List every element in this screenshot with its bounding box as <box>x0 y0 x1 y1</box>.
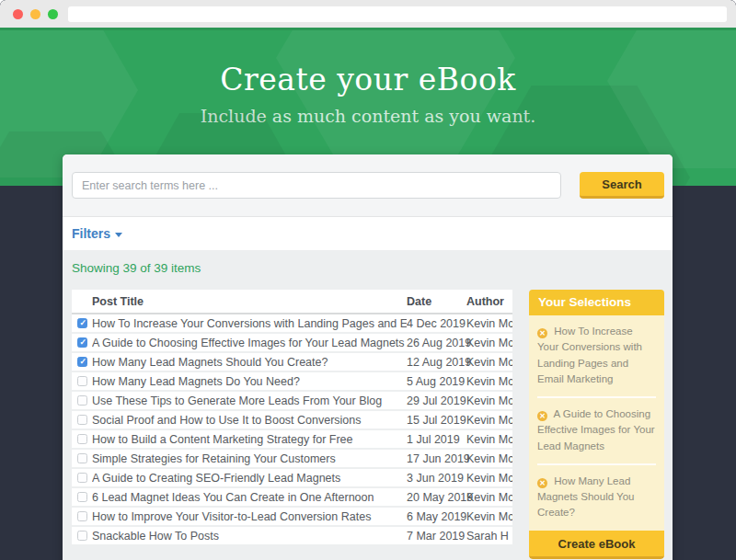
app-window: Create your eBook Include as much conten… <box>0 0 736 560</box>
filters-row: Filters <box>63 216 673 250</box>
table-row[interactable]: How Many Lead Magnets Should You Create?… <box>72 353 512 372</box>
author-cell: Kevin McG <box>466 491 512 504</box>
results-summary: Showing 39 of 39 items <box>72 261 664 275</box>
posts-table: Post Title Date Author How To Increase Y… <box>72 290 512 559</box>
post-title-cell: How to Improve Your Visitor-to-Lead Conv… <box>92 510 407 523</box>
row-checkbox[interactable] <box>77 434 87 444</box>
remove-selection-icon[interactable]: ✕ <box>537 478 547 488</box>
date-cell: 5 Aug 2019 <box>407 375 466 388</box>
author-cell: Kevin McG <box>466 317 512 330</box>
post-title-cell: 6 Lead Magnet Ideas You Can Create in On… <box>92 491 407 504</box>
author-cell: Kevin McG <box>466 394 512 407</box>
row-checkbox[interactable] <box>77 531 87 541</box>
date-cell: 1 Jul 2019 <box>407 433 466 446</box>
table-row[interactable]: How To Increase Your Conversions with La… <box>72 314 512 334</box>
date-cell: 12 Aug 2019 <box>407 356 466 369</box>
selection-item[interactable]: ✕ A Guide to Choosing Effective Images f… <box>537 398 656 465</box>
row-checkbox[interactable] <box>77 395 87 406</box>
date-cell: 3 Jun 2019 <box>407 472 466 485</box>
date-cell: 17 Jun 2019 <box>407 452 466 465</box>
row-checkbox[interactable] <box>77 357 87 367</box>
row-checkbox[interactable] <box>77 337 87 348</box>
minimize-window-icon[interactable] <box>30 9 40 19</box>
date-cell: 20 May 2019 <box>407 491 466 504</box>
author-cell: Kevin McG <box>466 452 512 465</box>
table-row[interactable]: Use These Tips to Generate More Leads Fr… <box>72 392 512 411</box>
table-row[interactable]: A Guide to Choosing Effective Images for… <box>72 334 512 353</box>
post-title-cell: Use These Tips to Generate More Leads Fr… <box>92 394 407 407</box>
table-body: How To Increase Your Conversions with La… <box>72 314 512 546</box>
post-title-cell: How Many Lead Magnets Should You Create? <box>92 356 407 369</box>
selection-label: A Guide to Choosing Effective Images for… <box>537 408 655 451</box>
search-bar: Search <box>63 154 673 216</box>
row-checkbox[interactable] <box>77 415 87 425</box>
post-title-cell: Snackable How To Posts <box>92 530 407 543</box>
search-input[interactable] <box>72 172 561 199</box>
browser-titlebar <box>0 0 736 28</box>
selections-panel: Your Selections ✕ How To Increase Your C… <box>529 290 664 559</box>
selection-label: How Many Lead Magnets Should You Create? <box>537 475 635 519</box>
row-checkbox[interactable] <box>77 453 87 463</box>
header-author: Author <box>466 295 512 308</box>
selection-item[interactable]: ✕ How Many Lead Magnets Should You Creat… <box>537 465 656 531</box>
create-ebook-button[interactable]: Create eBook <box>529 531 664 559</box>
author-cell: Kevin McG <box>466 356 512 369</box>
post-title-cell: A Guide to Choosing Effective Images for… <box>92 337 407 349</box>
table-row[interactable]: Snackable How To Posts 7 Mar 2019 Sarah … <box>72 527 512 546</box>
author-cell: Kevin McG <box>466 414 512 427</box>
author-cell: Kevin McG <box>466 472 512 485</box>
close-window-icon[interactable] <box>13 9 23 19</box>
zoom-window-icon[interactable] <box>48 9 58 19</box>
date-cell: 7 Mar 2019 <box>407 530 466 543</box>
table-row[interactable]: Simple Strategies for Retaining Your Cus… <box>72 450 512 469</box>
table-header-row: Post Title Date Author <box>72 290 512 314</box>
author-cell: Sarah H <box>466 530 512 543</box>
post-title-cell: How To Increase Your Conversions with La… <box>92 317 407 330</box>
author-cell: Kevin McG <box>466 337 512 349</box>
table-row[interactable]: 6 Lead Magnet Ideas You Can Create in On… <box>72 488 512 508</box>
post-title-cell: How to Build a Content Marketing Strateg… <box>92 433 407 446</box>
chevron-down-icon <box>115 233 122 237</box>
remove-selection-icon[interactable]: ✕ <box>537 328 547 338</box>
selection-label: How To Increase Your Conversions with La… <box>537 326 642 384</box>
filters-toggle[interactable]: Filters <box>72 226 122 241</box>
table-row[interactable]: A Guide to Creating SEO-Friendly Lead Ma… <box>72 469 512 488</box>
post-title-cell: How Many Lead Magnets Do You Need? <box>92 375 407 388</box>
header-date: Date <box>407 295 466 308</box>
table-row[interactable]: How to Build a Content Marketing Strateg… <box>72 430 512 450</box>
filters-label: Filters <box>72 226 110 241</box>
row-checkbox[interactable] <box>77 473 87 483</box>
date-cell: 4 Dec 2019 <box>407 317 466 330</box>
remove-selection-icon[interactable]: ✕ <box>537 411 547 421</box>
author-cell: Kevin McG <box>466 433 512 446</box>
results-section: Showing 39 of 39 items Post Title Date A… <box>63 250 673 559</box>
row-checkbox[interactable] <box>77 492 87 502</box>
post-title-cell: Social Proof and How to Use It to Boost … <box>92 414 407 427</box>
row-checkbox[interactable] <box>77 376 87 386</box>
selections-title: Your Selections <box>529 290 664 315</box>
date-cell: 26 Aug 2019 <box>407 337 466 349</box>
table-row[interactable]: How to Improve Your Visitor-to-Lead Conv… <box>72 508 512 527</box>
post-title-cell: A Guide to Creating SEO-Friendly Lead Ma… <box>92 472 407 485</box>
selections-list: ✕ How To Increase Your Conversions with … <box>529 315 664 531</box>
table-row[interactable]: Social Proof and How to Use It to Boost … <box>72 411 512 430</box>
post-title-cell: Simple Strategies for Retaining Your Cus… <box>92 452 407 465</box>
content-card: Search Filters Showing 39 of 39 items Po… <box>63 154 673 560</box>
row-checkbox[interactable] <box>77 318 87 328</box>
date-cell: 29 Jul 2019 <box>407 394 466 407</box>
author-cell: Kevin McG <box>466 375 512 388</box>
selection-item[interactable]: ✕ How To Increase Your Conversions with … <box>537 315 656 398</box>
table-row[interactable]: How Many Lead Magnets Do You Need? 5 Aug… <box>72 372 512 392</box>
address-bar[interactable] <box>68 6 727 22</box>
row-checkbox[interactable] <box>77 511 87 521</box>
author-cell: Kevin McG <box>466 510 512 523</box>
date-cell: 15 Jul 2019 <box>407 414 466 427</box>
date-cell: 6 May 2019 <box>407 510 466 523</box>
search-button[interactable]: Search <box>580 172 664 199</box>
header-post-title: Post Title <box>92 295 407 308</box>
